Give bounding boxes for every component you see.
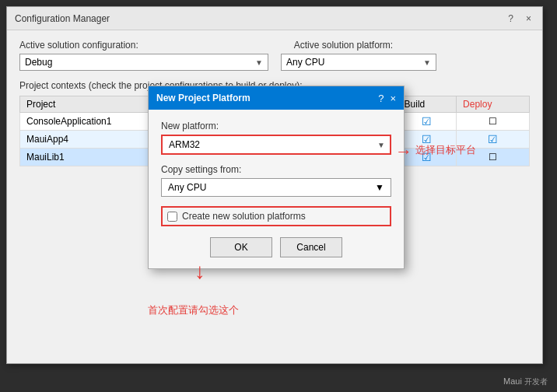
solution-platform-value: Any CPU bbox=[286, 57, 324, 68]
new-platform-label: New platform: bbox=[161, 121, 391, 131]
dialog-close-button[interactable]: × bbox=[390, 93, 396, 104]
label-row: Active solution configuration: Active so… bbox=[19, 40, 530, 51]
col-build: Build bbox=[398, 96, 456, 113]
watermark: Maui 开发者 bbox=[503, 376, 548, 387]
copy-settings-arrow: ▼ bbox=[375, 182, 384, 193]
solution-config-label: Active solution configuration: bbox=[19, 40, 138, 51]
create-solution-platforms-row: Create new solution platforms bbox=[161, 206, 391, 226]
copy-settings-value: Any CPU bbox=[168, 182, 206, 193]
solution-platform-label: Active solution platform: bbox=[294, 40, 393, 51]
config-manager-title: Configuration Manager bbox=[15, 13, 110, 24]
dialog-help-button[interactable]: ? bbox=[378, 93, 384, 104]
annotation-down-arrow: ↓ bbox=[194, 261, 205, 282]
dialog-title: New Project Platform bbox=[156, 93, 250, 103]
config-manager-titlebar: Configuration Manager ? × bbox=[7, 7, 542, 30]
col-deploy: Deploy bbox=[457, 96, 530, 113]
solution-config-value: Debug bbox=[25, 57, 52, 68]
cancel-button[interactable]: Cancel bbox=[280, 237, 342, 257]
project-build[interactable]: ☑ bbox=[398, 113, 456, 131]
new-platform-input-row: ▼ bbox=[161, 135, 391, 155]
annotation-right-arrow: → bbox=[395, 142, 412, 162]
annotation-right-text: 选择目标平台 bbox=[415, 143, 476, 157]
copy-settings-dropdown[interactable]: Any CPU ▼ bbox=[161, 178, 391, 197]
watermark-text: Maui bbox=[503, 376, 522, 386]
annotation-down-text: 首次配置请勾选这个 bbox=[148, 303, 239, 317]
dialog-body: New platform: ▼ Copy settings from: Any … bbox=[149, 110, 404, 268]
solution-config-arrow: ▼ bbox=[255, 58, 263, 67]
dialog-titlebar: New Project Platform ? × bbox=[149, 86, 404, 110]
new-platform-input[interactable] bbox=[163, 136, 373, 153]
create-solution-checkbox[interactable] bbox=[167, 212, 177, 222]
solution-platform-arrow: ▼ bbox=[423, 58, 431, 67]
dialog-buttons: OK Cancel bbox=[161, 237, 391, 257]
checkbox-label: Create new solution platforms bbox=[182, 211, 306, 222]
solution-config-dropdown[interactable]: Debug ▼ bbox=[19, 54, 268, 71]
dialog-titlebar-controls: ? × bbox=[378, 93, 396, 104]
help-button[interactable]: ? bbox=[505, 12, 517, 25]
titlebar-controls: ? × bbox=[505, 12, 534, 25]
ok-button[interactable]: OK bbox=[210, 237, 272, 257]
solution-platform-dropdown[interactable]: Any CPU ▼ bbox=[281, 54, 436, 71]
close-button[interactable]: × bbox=[523, 12, 534, 25]
project-deploy[interactable]: ☐ bbox=[457, 113, 530, 131]
dropdown-row: Debug ▼ Any CPU ▼ bbox=[19, 54, 530, 71]
new-project-platform-dialog: New Project Platform ? × New platform: ▼… bbox=[148, 86, 405, 269]
platform-dropdown-arrow[interactable]: ▼ bbox=[373, 138, 390, 152]
copy-settings-label: Copy settings from: bbox=[161, 164, 391, 175]
watermark-author: 开发者 bbox=[524, 377, 548, 386]
